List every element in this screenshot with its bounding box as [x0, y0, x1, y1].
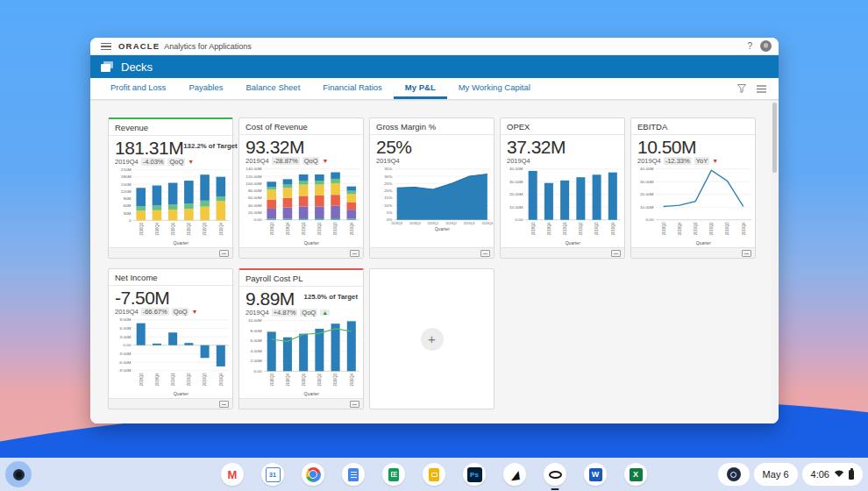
- kpi-period: 2019Q4: [245, 157, 269, 165]
- svg-text:10%: 10%: [384, 203, 392, 208]
- add-card-button[interactable]: +: [421, 328, 444, 351]
- user-avatar[interactable]: [760, 40, 772, 52]
- annotation-icon[interactable]: [480, 250, 490, 257]
- opex-chart: 0.0010.00M20.00M30.00M40.00M2018Q32018Q4…: [501, 166, 624, 248]
- svg-text:2019Q1: 2019Q1: [171, 222, 175, 235]
- photoshop-app-icon[interactable]: Ps: [463, 463, 486, 486]
- svg-text:2019Q2: 2019Q2: [187, 222, 191, 235]
- svg-text:2019Q2: 2019Q2: [445, 222, 457, 225]
- date-pill[interactable]: May 6: [754, 463, 798, 486]
- system-tray-pill[interactable]: 4:06: [802, 463, 863, 486]
- annotation-icon[interactable]: [742, 250, 751, 257]
- svg-text:180M: 180M: [121, 174, 132, 179]
- filter-icon[interactable]: [737, 84, 746, 93]
- svg-text:2019Q4: 2019Q4: [610, 222, 615, 235]
- svg-text:2018Q3: 2018Q3: [139, 222, 143, 235]
- trend-down-icon: ▼: [188, 159, 194, 165]
- deck-tabbar: Profit and Loss Payables Balance Sheet F…: [90, 78, 779, 100]
- kpi-change: -12.33%: [664, 157, 692, 165]
- scrollbar-thumb[interactable]: [772, 103, 777, 173]
- svg-text:Quarter: Quarter: [566, 241, 581, 246]
- chrome-app-icon[interactable]: [302, 463, 324, 486]
- svg-text:2018Q4: 2018Q4: [678, 222, 682, 235]
- svg-text:140.00M: 140.00M: [245, 167, 262, 171]
- calendar-app-icon[interactable]: 31: [261, 463, 284, 486]
- card-footer: [109, 247, 232, 258]
- content-scrollbar[interactable]: [772, 102, 778, 423]
- net-income-card[interactable]: Net Income -7.50M 2019Q4 -66.67% QoQ ▼ -…: [108, 268, 233, 409]
- svg-text:2018Q3: 2018Q3: [269, 222, 274, 235]
- tab-profit-and-loss[interactable]: Profit and Loss: [99, 78, 177, 99]
- svg-text:2019Q3: 2019Q3: [725, 222, 729, 235]
- card-title: EBITDA: [631, 118, 755, 135]
- decks-header: Decks: [90, 55, 779, 78]
- notification-pill[interactable]: [718, 463, 750, 486]
- svg-text:120M: 120M: [121, 189, 132, 194]
- svg-text:-9.00M: -9.00M: [118, 368, 132, 373]
- svg-text:2018Q3: 2018Q3: [530, 222, 535, 235]
- list-view-icon[interactable]: [757, 85, 766, 93]
- kpi-block: 9.89M 125.0% of Target 2019Q4 +4.87% QoQ…: [239, 287, 363, 317]
- svg-text:0%: 0%: [387, 217, 393, 222]
- card-footer: [239, 398, 363, 409]
- excel-app-icon[interactable]: X: [624, 463, 647, 486]
- svg-text:0.00: 0.00: [253, 369, 262, 374]
- payroll-cost-card[interactable]: Payroll Cost PL 9.89M 125.0% of Target 2…: [238, 268, 364, 409]
- cost-of-revenue-card[interactable]: Cost of Revenue 93.32M 2019Q4 -28.87% Qo…: [238, 117, 364, 259]
- kpi-change: -66.67%: [141, 308, 169, 316]
- sheets-app-icon[interactable]: [382, 463, 405, 486]
- svg-text:3.00M: 3.00M: [119, 335, 131, 339]
- svg-text:2019Q3: 2019Q3: [594, 222, 599, 235]
- word-app-icon[interactable]: W: [584, 463, 607, 486]
- swoosh-app-icon[interactable]: ◢: [503, 463, 526, 486]
- svg-text:10.00M: 10.00M: [640, 205, 654, 210]
- gmail-app-icon[interactable]: M: [221, 463, 244, 486]
- svg-text:Quarter: Quarter: [174, 392, 189, 396]
- svg-text:2019Q2: 2019Q2: [579, 222, 583, 235]
- opex-card[interactable]: OPEX 37.32M 2019Q4 0.0010.00M20.00M30.00…: [500, 117, 625, 259]
- hamburger-menu-icon[interactable]: [101, 43, 111, 50]
- svg-text:0.00: 0.00: [645, 217, 654, 222]
- annotation-icon[interactable]: [219, 250, 229, 257]
- add-card-tile[interactable]: +: [369, 268, 494, 409]
- net-income-chart: -9.00M-6.00M-3.00M0.003.00M6.00M9.00M201…: [109, 317, 232, 399]
- tab-my-working-capital[interactable]: My Working Capital: [447, 78, 542, 99]
- annotation-icon[interactable]: [350, 401, 359, 408]
- annotation-icon[interactable]: [219, 401, 229, 408]
- tab-balance-sheet[interactable]: Balance Sheet: [234, 78, 311, 99]
- docs-app-icon[interactable]: [342, 463, 365, 486]
- oracle-analytics-app-icon[interactable]: [544, 463, 566, 486]
- revenue-card[interactable]: Revenue 181.31M 132.2% of Target 2019Q4 …: [108, 117, 233, 259]
- svg-text:9.00M: 9.00M: [119, 317, 131, 322]
- svg-text:2018Q3: 2018Q3: [139, 373, 143, 386]
- annotation-icon[interactable]: [350, 250, 359, 257]
- svg-text:30M: 30M: [123, 210, 131, 215]
- svg-text:6.00M: 6.00M: [250, 338, 261, 343]
- card-footer: [239, 247, 363, 258]
- svg-text:2019Q2: 2019Q2: [187, 373, 191, 386]
- battery-icon: [849, 470, 854, 480]
- tab-financial-ratios[interactable]: Financial Ratios: [311, 78, 394, 99]
- launcher-button[interactable]: [5, 461, 32, 487]
- kpi-block: 10.50M 2019Q4 -12.33% YoY ▼: [631, 135, 755, 166]
- tab-my-pl[interactable]: My P&L: [394, 78, 447, 99]
- kpi-value: 25%: [376, 138, 412, 156]
- wifi-icon: [834, 469, 844, 480]
- svg-text:20.00M: 20.00M: [248, 210, 262, 215]
- gross-margin-card[interactable]: Gross Margin % 25% 2019Q4 0%5%10%15%20%2…: [369, 117, 494, 259]
- svg-text:2019Q1: 2019Q1: [302, 222, 306, 235]
- oracle-logo: ORACLE: [118, 41, 160, 51]
- svg-text:2018Q4: 2018Q4: [286, 373, 290, 386]
- kpi-target: 125.0% of Target: [304, 293, 358, 301]
- tab-payables[interactable]: Payables: [177, 78, 234, 99]
- svg-text:0.00: 0.00: [123, 343, 132, 347]
- annotation-icon[interactable]: [611, 250, 621, 257]
- notification-badge-icon: [727, 467, 741, 481]
- help-icon[interactable]: ?: [747, 41, 752, 51]
- slides-app-icon[interactable]: [423, 463, 445, 486]
- ebitda-card[interactable]: EBITDA 10.50M 2019Q4 -12.33% YoY ▼ 0.001…: [630, 117, 756, 259]
- taskbar: M 31 Ps ◢ W X May 6 4:06: [0, 458, 868, 491]
- svg-text:Quarter: Quarter: [435, 227, 451, 231]
- date-label: May 6: [763, 469, 789, 480]
- svg-text:210M: 210M: [121, 167, 132, 172]
